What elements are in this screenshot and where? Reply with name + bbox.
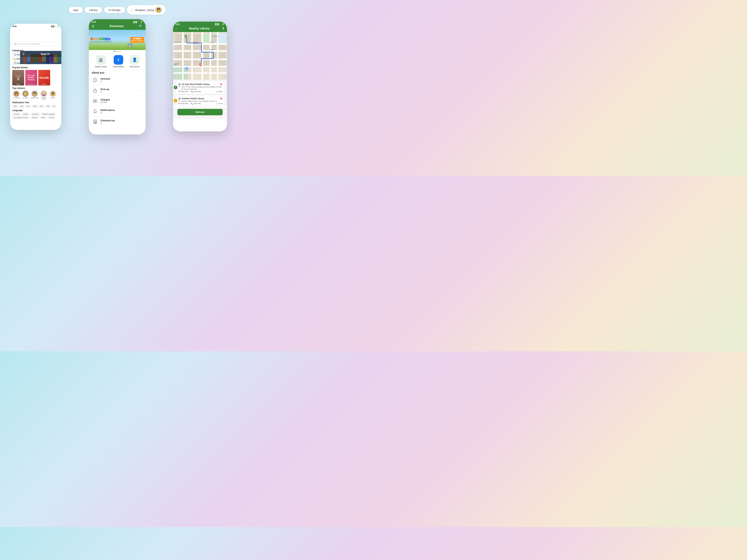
designer-tag: ← designer_tsang 🧑 [127,5,165,15]
hamburger-icon[interactable]: ☰ [22,53,25,55]
mid-search-icon[interactable]: 🔍 [139,25,143,28]
tag-library[interactable]: Library [85,7,102,13]
author-jim-davis[interactable]: 👴 Jim Davis [21,90,29,100]
tag-app[interactable]: App [69,7,83,13]
svg-rect-17 [191,32,193,80]
lib-num-2: 2 [174,99,177,103]
book-spare[interactable]: PRINCE HARRY S Spare [12,70,24,85]
truck-icon: 🚌 [127,42,133,47]
popular-books-title: Popular Books [12,66,59,69]
pub-year-title: Publication Year [12,101,59,104]
library-card-1[interactable]: 1 🏛️ Fa Yuen Street Public Library 🔖 📍 4… [176,81,225,94]
lib-num-1: 1 [174,86,177,89]
year-more[interactable]: 20... [52,105,57,108]
notifications-label: Notifications [101,109,140,111]
year-2020[interactable]: 2020 [32,105,38,108]
lang-japanese[interactable]: Japanese [31,113,40,115]
lib1-name: Fa Yuen Street Public Library [182,83,210,85]
svg-rect-23 [193,34,201,43]
tag-ui-design[interactable]: UI Design [104,7,125,13]
charges-icon: $ [92,98,98,104]
svg-rect-26 [219,34,226,43]
lib2-name: Kowloon Public Library [182,97,204,100]
lib1-address: 📍 4-5/F, Fa Yuen Street Municipal Servic… [178,86,223,90]
books-row: PRINCE HARRY S Spare EMILY HENRY HAPPY P… [12,70,59,85]
svg-text:Fa Yuen Street: Fa Yuen Street [174,42,181,43]
author-stephen-king[interactable]: 👨 Stephen King [31,90,38,100]
lib2-hours: ⏰ 0900-2000 [178,103,188,105]
pickup-more-icon[interactable]: ⋯ [140,89,143,92]
lib1-walk: 🚶 10mins [215,90,223,92]
svg-text:$: $ [94,81,95,82]
year-2018[interactable]: 2018 [45,105,51,108]
checked-out-more-icon[interactable]: ⋯ [140,120,143,124]
year-2021[interactable]: 2021 [25,105,31,108]
summary-pickup[interactable]: Pick-up 0 ⋯ [92,85,143,96]
share-icon[interactable]: ⬆ [222,27,225,30]
right-time: 9:41 [176,23,180,26]
overdue-more-icon[interactable]: ⋯ [140,78,143,82]
mid-status-icons: ▐▐▐ ᯤ 🔋 [133,21,143,23]
svg-rect-13 [173,58,227,60]
search-placeholder: Search for some keywords [18,43,40,45]
search-bar[interactable]: 🔍 Search for some keywords [12,42,59,46]
lib2-address: 📍 Kowloon Public Library, 5 Pui Ching Rd… [178,100,223,102]
search-title: Search [41,52,50,55]
year-2019[interactable]: 2019 [38,105,44,108]
svg-rect-37 [211,52,216,58]
svg-text:Nelson St: Nelson St [210,49,214,50]
svg-rect-42 [203,60,209,65]
lang-german[interactable]: German [30,116,39,119]
svg-text:Public Library: Public Library [193,43,200,44]
summary-overdue[interactable]: $ Overdue 0 ⋯ [92,75,143,85]
overdue-value: 0 [101,80,140,83]
lang-italian[interactable]: Italian [40,116,47,119]
charges-label: Charges [101,98,140,101]
svg-text:Kowloon: Kowloon [193,42,197,43]
pickup-value: 0 [101,90,140,93]
qa-nearby-library[interactable]: 🏛️ Nearby Library [95,55,107,68]
lib2-walk: 🚶 5mins [216,103,223,105]
refresh-button[interactable]: Refresh [177,109,223,115]
mid-menu-icon[interactable]: ☰ [92,25,94,28]
year-2022[interactable]: 2022 [19,105,25,108]
banner-en-text: Joyful Reading at Your Neighbourhood [90,41,112,43]
svg-rect-24 [203,34,209,43]
lang-english[interactable]: English [22,113,30,115]
back-icon[interactable]: ‹ [176,27,177,30]
author-jk-rowling[interactable]: 👩 J.K.Rowling [12,90,20,100]
summary-checked-out[interactable]: Checked out 3 ⋯ [92,116,143,127]
lang-chinese[interactable]: Chinese [12,113,21,115]
lang-multi[interactable]: Multiple Language [41,113,56,115]
svg-text:itrust Veterinary: itrust Veterinary [211,36,219,37]
svg-rect-38 [219,52,226,58]
charges-more-icon[interactable]: ⋯ [140,99,143,103]
lib1-bookmark-icon[interactable]: 🔖 [220,83,223,85]
summary-charges[interactable]: $ Charges $ 0.50 ⋯ [92,96,143,106]
notifications-value: 0 [101,111,140,114]
svg-rect-33 [175,52,182,58]
svg-point-7 [95,123,96,124]
banner: 樂在社區閱繽紛 Joyful Reading at Your Neighbour… [89,30,146,50]
qa-social-media[interactable]: f Social Media [113,55,124,68]
book-maame[interactable]: MAAME Maame [38,70,50,85]
svg-text:$: $ [95,101,95,102]
svg-rect-43 [211,60,216,65]
svg-rect-29 [193,45,201,50]
summary-notifications[interactable]: Notifications 0 ⋯ [92,106,143,116]
summary-list: $ Overdue 0 ⋯ P [89,75,146,127]
lang-french[interactable]: French [47,116,55,119]
left-status-icons: ▐▐▐ ᯤ 🔋 [51,25,59,27]
library-card-2[interactable]: 2 🏛️ Kowloon Public Library 🔖 📍 Kowloon … [176,95,225,106]
svg-rect-16 [182,32,184,80]
overdue-icon: $ [92,77,98,83]
about-you-title: About you [89,70,146,75]
lib2-bookmark-icon[interactable]: 🔖 [220,97,223,100]
book-happy-place[interactable]: EMILY HENRY HAPPY PLACE Happy Place [25,70,37,85]
qa-my-account[interactable]: 👤 My Account [130,55,139,68]
year-2023[interactable]: 2023 [12,105,18,108]
author-kearen[interactable]: 👩 Kearen [49,90,57,100]
notifications-more-icon[interactable]: ⋯ [140,110,143,113]
author-lam[interactable]: 👩‍🦳 Lam Chiu Wing [40,90,48,100]
lang-no-ling[interactable]: No Linguistic Content [12,116,29,119]
